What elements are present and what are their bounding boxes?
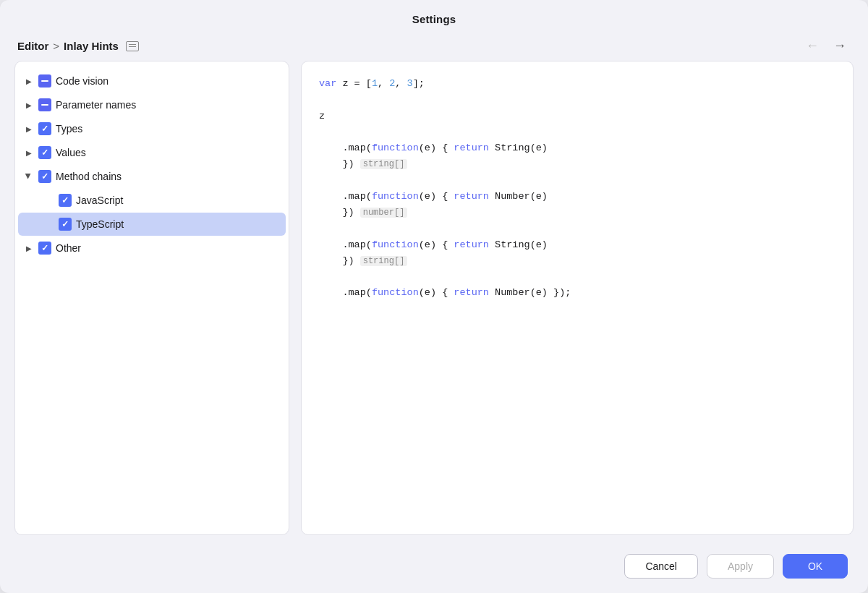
label-method-chains: Method chains [56, 171, 122, 182]
nav-back-button[interactable]: ← [801, 37, 823, 55]
code-line-map3a: .map(function(e) { return String(e) [319, 237, 835, 253]
checkbox-types[interactable] [38, 122, 51, 135]
breadcrumb-copy-icon[interactable] [126, 41, 139, 51]
checkbox-other[interactable] [38, 242, 51, 255]
tree-item-code-vision[interactable]: ▶ Code vision [18, 69, 286, 93]
code-line-1: var z = [1, 2, 3]; [319, 76, 835, 92]
tree-item-types[interactable]: ▶ Types [18, 117, 286, 140]
expand-arrow-types: ▶ [24, 124, 34, 134]
cancel-button[interactable]: Cancel [624, 554, 698, 579]
expand-arrow-values: ▶ [24, 148, 34, 158]
label-other: Other [56, 242, 81, 254]
breadcrumb: Editor > Inlay Hints ← → [0, 33, 868, 61]
label-typescript: TypeScript [76, 218, 124, 230]
code-line-blank2 [319, 124, 835, 140]
code-line-map2b: }) number[] [319, 205, 835, 221]
checkbox-code-vision[interactable] [38, 74, 51, 88]
main-content: ▶ Code vision ▶ Parameter names ▶ Types … [0, 61, 868, 544]
tree-item-other[interactable]: ▶ Other [18, 236, 286, 260]
tree-item-values[interactable]: ▶ Values [18, 141, 286, 164]
label-types: Types [56, 123, 82, 135]
code-line-map1a: .map(function(e) { return String(e) [319, 140, 835, 156]
code-line-map4: .map(function(e) { return Number(e) }); [319, 285, 835, 301]
checkbox-parameter-names[interactable] [38, 98, 51, 111]
breadcrumb-parent[interactable]: Editor [17, 40, 48, 52]
tree-item-parameter-names[interactable]: ▶ Parameter names [18, 93, 286, 116]
checkbox-method-chains[interactable] [38, 170, 51, 183]
label-values: Values [56, 147, 86, 158]
expand-arrow-parameter-names: ▶ [24, 100, 34, 110]
expand-arrow-code-vision: ▶ [24, 76, 34, 86]
expand-arrow-method-chains: ▶ [24, 171, 34, 182]
code-line-blank5 [319, 269, 835, 285]
breadcrumb-current: Inlay Hints [64, 40, 119, 52]
code-line-map2a: .map(function(e) { return Number(e) [319, 189, 835, 205]
apply-button[interactable]: Apply [707, 554, 774, 579]
tree-item-javascript[interactable]: ▶ JavaScript [18, 189, 286, 212]
code-preview: var z = [1, 2, 3]; z .map(function(e) { … [301, 61, 854, 535]
code-line-map3b: }) string[] [319, 253, 835, 269]
checkbox-javascript[interactable] [59, 194, 72, 207]
code-line-blank4 [319, 221, 835, 236]
ok-button[interactable]: OK [783, 554, 848, 579]
checkbox-values[interactable] [38, 146, 51, 159]
code-line-blank1 [319, 92, 835, 108]
nav-arrows: ← → [801, 37, 851, 55]
label-code-vision: Code vision [56, 75, 109, 87]
tree-item-method-chains[interactable]: ▶ Method chains [18, 165, 286, 188]
dialog-title: Settings [0, 0, 868, 33]
label-javascript: JavaScript [76, 195, 123, 206]
settings-tree: ▶ Code vision ▶ Parameter names ▶ Types … [14, 61, 289, 535]
breadcrumb-separator: > [53, 40, 59, 52]
settings-dialog: Settings Editor > Inlay Hints ← → ▶ Code… [0, 0, 868, 593]
code-line-map1b: }) string[] [319, 156, 835, 172]
tree-item-typescript[interactable]: ▶ TypeScript [18, 213, 286, 236]
nav-forward-button[interactable]: → [829, 37, 851, 55]
expand-arrow-other: ▶ [24, 243, 34, 253]
label-parameter-names: Parameter names [56, 99, 136, 111]
code-line-blank3 [319, 173, 835, 189]
checkbox-typescript[interactable] [59, 218, 72, 231]
dialog-footer: Cancel Apply OK [0, 544, 868, 593]
code-line-z: z [319, 108, 835, 124]
